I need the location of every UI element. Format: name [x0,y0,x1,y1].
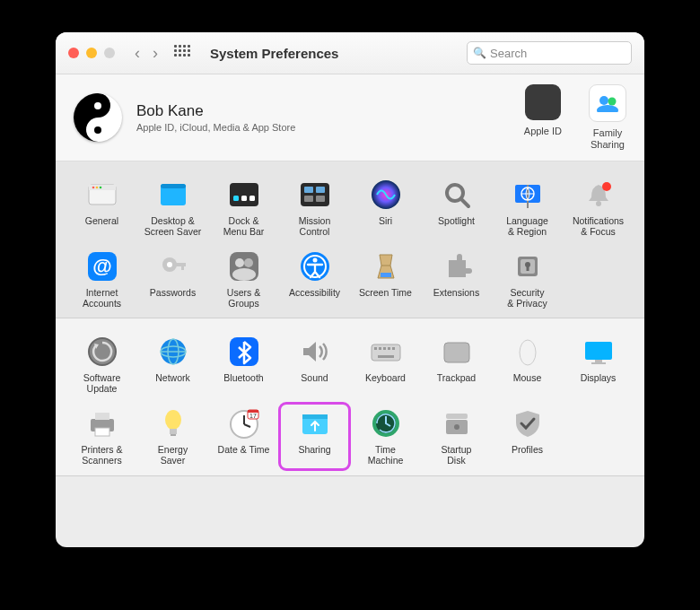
svg-rect-58 [388,347,390,350]
svg-point-35 [235,258,244,267]
svg-point-37 [232,268,256,281]
user-subtitle: Apple ID, iCloud, Media & App Store [136,122,295,133]
minimize-button[interactable] [86,48,97,58]
svg-rect-15 [304,187,313,193]
svg-point-26 [596,201,601,206]
pref-label: Trackpad [437,372,476,394]
svg-rect-70 [170,429,177,434]
pref-timemachine[interactable]: Time Machine [350,403,421,469]
pref-displays[interactable]: Displays [563,331,634,397]
search-icon: 🔍 [473,47,486,59]
spotlight-icon [440,178,474,212]
svg-rect-14 [301,183,329,206]
pref-accessibility[interactable]: Accessibility [279,246,350,312]
pref-label: Mouse [513,372,542,394]
pref-spotlight[interactable]: Spotlight [421,174,492,240]
system-preferences-window: ‹ › System Preferences 🔍 Search Bob Kane… [56,32,644,547]
pref-siri[interactable]: Siri [350,174,421,240]
startup-icon [440,406,474,440]
svg-rect-9 [161,184,186,188]
search-field[interactable]: 🔍 Search [467,41,632,65]
mouse-icon [511,335,545,369]
pref-profiles[interactable]: Profiles [492,403,563,469]
svg-rect-13 [249,196,255,201]
svg-point-31 [167,262,172,267]
apple-id-button[interactable]: Apple ID [524,84,562,150]
user-name: Bob Kane [136,102,295,120]
printers-icon [85,406,119,440]
prefs-section-2: Software UpdateNetworkBluetoothSoundKeyb… [56,318,644,475]
window-controls [68,48,115,58]
pref-notifications[interactable]: Notifications & Focus [563,174,634,240]
svg-rect-68 [95,428,109,436]
pref-mission[interactable]: Mission Control [279,174,350,240]
svg-rect-32 [175,263,186,266]
svg-rect-16 [316,187,325,193]
pref-label: Bluetooth [223,372,263,394]
pref-label: Sharing [298,444,330,466]
pref-sound[interactable]: Sound [279,331,350,397]
pref-screentime[interactable]: Screen Time [350,246,421,312]
prefs-section-1: GeneralDesktop & Screen SaverDock & Menu… [56,161,644,318]
user-avatar[interactable] [74,93,122,142]
desktop-icon [156,178,190,212]
pref-keyboard[interactable]: Keyboard [350,331,421,397]
window-title: System Preferences [210,46,338,61]
show-all-icon[interactable] [174,45,190,61]
pref-extensions[interactable]: Extensions [421,246,492,312]
pref-label: Profiles [512,444,543,466]
svg-point-0 [599,96,608,105]
pref-label: Notifications & Focus [573,215,624,237]
pref-datetime[interactable]: 17Date & Time [208,403,279,469]
family-sharing-button[interactable]: Family Sharing [589,84,626,150]
pref-internet[interactable]: @Internet Accounts [66,246,137,312]
pref-label: Passwords [150,287,196,309]
pref-network[interactable]: Network [137,331,208,397]
svg-point-1 [608,98,617,106]
dock-icon [227,178,261,212]
family-icon [589,84,626,122]
close-button[interactable] [68,48,79,58]
pref-desktop[interactable]: Desktop & Screen Saver [137,174,208,240]
svg-point-84 [454,424,459,430]
datetime-icon: 17 [227,406,261,440]
pref-sharing[interactable]: Sharing [279,403,350,469]
svg-point-36 [244,258,253,267]
pref-bluetooth[interactable]: Bluetooth [208,331,279,397]
pref-energy[interactable]: Energy Saver [137,403,208,469]
pref-general[interactable]: General [66,174,137,240]
pref-security[interactable]: Security & Privacy [492,246,563,312]
zoom-button[interactable] [104,48,115,58]
svg-text:17: 17 [249,413,257,419]
user-info[interactable]: Bob Kane Apple ID, iCloud, Media & App S… [136,102,295,133]
language-icon [511,178,545,212]
displays-icon [582,335,616,369]
pref-dock[interactable]: Dock & Menu Bar [208,174,279,240]
passwords-icon [156,249,190,283]
svg-text:@: @ [92,255,111,277]
pref-trackpad[interactable]: Trackpad [421,331,492,397]
pref-software[interactable]: Software Update [66,331,137,397]
pref-mouse[interactable]: Mouse [492,331,563,397]
svg-rect-79 [302,414,328,419]
pref-users[interactable]: Users & Groups [208,246,279,312]
titlebar: ‹ › System Preferences 🔍 Search [56,32,644,74]
forward-button[interactable]: › [153,44,158,63]
back-button[interactable]: ‹ [135,44,140,63]
pref-label: General [85,215,118,237]
nav-buttons: ‹ › [135,44,158,63]
bluetooth-icon [227,335,261,369]
svg-rect-45 [526,266,529,271]
notifications-icon [582,178,616,212]
svg-rect-57 [383,347,386,350]
pref-startup[interactable]: Startup Disk [421,403,492,469]
pref-language[interactable]: Language & Region [492,174,563,240]
pref-label: Security & Privacy [507,287,547,309]
svg-rect-65 [591,362,606,364]
pref-printers[interactable]: Printers & Scanners [66,403,137,469]
pref-passwords[interactable]: Passwords [137,246,208,312]
svg-rect-82 [446,414,468,419]
account-strip: Bob Kane Apple ID, iCloud, Media & App S… [56,74,644,161]
pref-label: Startup Disk [442,444,472,466]
pref-label: Accessibility [289,287,340,309]
